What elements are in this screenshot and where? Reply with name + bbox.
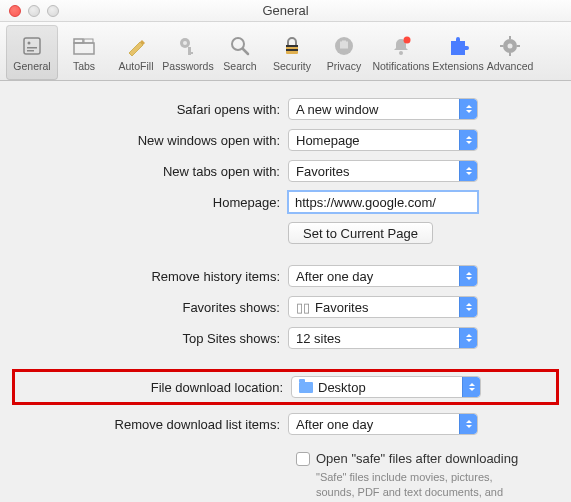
select-value: A new window <box>296 102 378 117</box>
toolbar-label: AutoFill <box>118 60 153 72</box>
stepper-arrows-icon <box>459 161 477 181</box>
new-windows-select[interactable]: Homepage <box>288 129 478 151</box>
key-icon <box>176 34 200 58</box>
highlighted-row: File download location: Desktop <box>12 369 559 405</box>
toolbar-label: Notifications <box>372 60 429 72</box>
new-tabs-select[interactable]: Favorites <box>288 160 478 182</box>
toolbar-label: Extensions <box>432 60 483 72</box>
stepper-arrows-icon <box>462 377 480 397</box>
remove-downloads-select[interactable]: After one day <box>288 413 478 435</box>
label-remove-history: Remove history items: <box>30 269 288 284</box>
toolbar-label: Tabs <box>73 60 95 72</box>
toolbar-label: Advanced <box>487 60 534 72</box>
label-download-location: File download location: <box>33 380 291 395</box>
toolbar-label: Privacy <box>327 60 361 72</box>
toolbar-notifications[interactable]: Notifications <box>370 25 432 80</box>
download-location-select[interactable]: Desktop <box>291 376 481 398</box>
select-value: Homepage <box>296 133 360 148</box>
svg-rect-14 <box>286 45 298 47</box>
toolbar-general[interactable]: General <box>6 25 58 80</box>
toolbar-label: Security <box>273 60 311 72</box>
label-safari-opens: Safari opens with: <box>30 102 288 117</box>
window-title: General <box>0 3 571 18</box>
toolbar-label: Search <box>223 60 256 72</box>
svg-rect-10 <box>188 52 193 54</box>
toolbar-autofill[interactable]: AutoFill <box>110 25 162 80</box>
toolbar-label: General <box>13 60 50 72</box>
homepage-input[interactable] <box>288 191 478 213</box>
preferences-toolbar: General Tabs AutoFill Passwords Search S… <box>0 22 571 81</box>
toolbar-passwords[interactable]: Passwords <box>162 25 214 80</box>
label-new-tabs: New tabs open with: <box>30 164 288 179</box>
search-icon <box>228 34 252 58</box>
autofill-icon <box>124 34 148 58</box>
set-current-page-button[interactable]: Set to Current Page <box>288 222 433 244</box>
svg-rect-23 <box>500 45 503 47</box>
svg-rect-2 <box>27 47 37 49</box>
label-favorites-shows: Favorites shows: <box>30 300 288 315</box>
svg-point-18 <box>404 36 411 43</box>
toolbar-label: Passwords <box>162 60 213 72</box>
svg-point-8 <box>183 41 187 45</box>
svg-point-17 <box>399 51 403 55</box>
window-titlebar: General <box>0 0 571 22</box>
svg-rect-4 <box>74 43 94 54</box>
toolbar-security[interactable]: Security <box>266 25 318 80</box>
safari-opens-select[interactable]: A new window <box>288 98 478 120</box>
open-safe-files-label: Open "safe" files after downloading <box>316 451 518 466</box>
folder-icon <box>299 382 313 393</box>
svg-line-12 <box>243 49 248 54</box>
svg-point-20 <box>508 43 513 48</box>
puzzle-icon <box>446 34 470 58</box>
select-value: After one day <box>296 269 373 284</box>
select-value: Favorites <box>315 300 368 315</box>
lock-icon <box>280 34 304 58</box>
select-value: Desktop <box>318 380 366 395</box>
hand-icon <box>332 34 356 58</box>
stepper-arrows-icon <box>459 414 477 434</box>
svg-rect-15 <box>286 49 298 51</box>
general-icon <box>20 34 44 58</box>
stepper-arrows-icon <box>459 297 477 317</box>
svg-rect-22 <box>509 53 511 56</box>
book-icon: ▯▯ <box>296 300 310 315</box>
toolbar-search[interactable]: Search <box>214 25 266 80</box>
svg-rect-3 <box>27 50 34 52</box>
svg-rect-21 <box>509 36 511 39</box>
bell-icon <box>389 34 413 58</box>
gear-icon <box>498 34 522 58</box>
label-remove-downloads: Remove download list items: <box>30 417 288 432</box>
svg-rect-5 <box>74 39 83 43</box>
safe-files-hint: "Safe" files include movies, pictures, s… <box>316 470 541 502</box>
stepper-arrows-icon <box>459 328 477 348</box>
svg-rect-24 <box>517 45 520 47</box>
tabs-icon <box>72 34 96 58</box>
toolbar-privacy[interactable]: Privacy <box>318 25 370 80</box>
toolbar-tabs[interactable]: Tabs <box>58 25 110 80</box>
toolbar-advanced[interactable]: Advanced <box>484 25 536 80</box>
label-homepage: Homepage: <box>30 195 288 210</box>
select-value: Favorites <box>296 164 349 179</box>
svg-point-1 <box>28 41 31 44</box>
toolbar-extensions[interactable]: Extensions <box>432 25 484 80</box>
svg-rect-0 <box>24 38 40 54</box>
label-top-sites: Top Sites shows: <box>30 331 288 346</box>
stepper-arrows-icon <box>459 130 477 150</box>
stepper-arrows-icon <box>459 266 477 286</box>
select-value: After one day <box>296 417 373 432</box>
top-sites-select[interactable]: 12 sites <box>288 327 478 349</box>
open-safe-files-checkbox[interactable] <box>296 452 310 466</box>
remove-history-select[interactable]: After one day <box>288 265 478 287</box>
svg-point-16 <box>335 37 353 55</box>
favorites-shows-select[interactable]: ▯▯Favorites <box>288 296 478 318</box>
select-value: 12 sites <box>296 331 341 346</box>
preferences-content: Safari opens with: A new window New wind… <box>0 81 571 502</box>
stepper-arrows-icon <box>459 99 477 119</box>
label-new-windows: New windows open with: <box>30 133 288 148</box>
